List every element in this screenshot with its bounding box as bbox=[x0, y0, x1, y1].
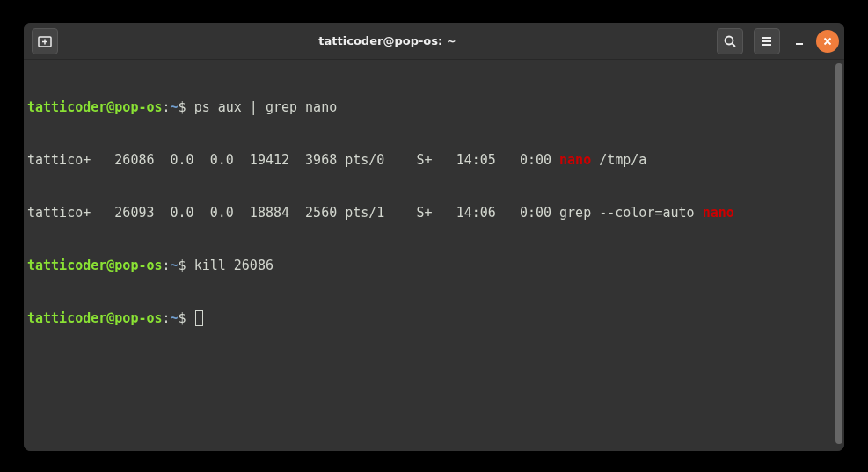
terminal-line: tattico+ 26086 0.0 0.0 19412 3968 pts/0 … bbox=[27, 151, 837, 169]
prompt-symbol: $ bbox=[179, 99, 186, 115]
prompt-path: ~ bbox=[171, 310, 179, 326]
minimize-icon bbox=[793, 35, 806, 47]
command-text bbox=[186, 310, 194, 326]
output-text: /tmp/a bbox=[591, 152, 646, 168]
prompt-separator: : bbox=[163, 258, 171, 273]
terminal-line: tatticoder@pop-os:~$ ps aux | grep nano bbox=[27, 98, 837, 116]
svg-point-3 bbox=[726, 36, 733, 44]
titlebar-right-controls bbox=[714, 28, 839, 54]
grep-match: nano bbox=[703, 205, 734, 221]
search-button[interactable] bbox=[717, 28, 743, 54]
output-text: tattico+ 26086 0.0 0.0 19412 3968 pts/0 … bbox=[27, 152, 559, 168]
cursor bbox=[195, 310, 203, 326]
scrollbar[interactable] bbox=[835, 63, 842, 444]
prompt-path: ~ bbox=[171, 99, 179, 115]
terminal-line: tatticoder@pop-os:~$ bbox=[27, 309, 837, 327]
prompt-user-host: tatticoder@pop-os bbox=[27, 310, 163, 326]
close-button[interactable] bbox=[816, 30, 839, 53]
titlebar: tatticoder@pop-os: ~ bbox=[24, 23, 844, 60]
prompt-user-host: tatticoder@pop-os bbox=[27, 258, 163, 273]
terminal-content: tatticoder@pop-os:~$ ps aux | grep nano … bbox=[27, 63, 837, 362]
hamburger-icon bbox=[760, 34, 774, 48]
command-text: kill 26086 bbox=[186, 258, 274, 273]
minimize-button[interactable] bbox=[788, 30, 811, 53]
grep-match: nano bbox=[559, 152, 591, 168]
terminal-window: tatticoder@pop-os: ~ bbox=[24, 23, 844, 451]
window-title: tatticoder@pop-os: ~ bbox=[61, 34, 714, 47]
terminal-line: tattico+ 26093 0.0 0.0 18884 2560 pts/1 … bbox=[27, 204, 837, 221]
prompt-user-host: tatticoder@pop-os bbox=[27, 99, 163, 115]
prompt-separator: : bbox=[163, 310, 171, 326]
svg-line-4 bbox=[733, 43, 736, 47]
menu-button[interactable] bbox=[754, 28, 780, 54]
prompt-separator: : bbox=[163, 99, 171, 115]
terminal-line: tatticoder@pop-os:~$ kill 26086 bbox=[27, 257, 837, 274]
prompt-symbol: $ bbox=[179, 258, 186, 273]
output-text: tattico+ 26093 0.0 0.0 18884 2560 pts/1 … bbox=[27, 205, 703, 221]
close-icon bbox=[822, 36, 833, 47]
new-tab-button[interactable] bbox=[32, 28, 58, 54]
prompt-symbol: $ bbox=[179, 310, 186, 326]
search-icon bbox=[723, 34, 737, 48]
prompt-path: ~ bbox=[171, 258, 179, 273]
command-text: ps aux | grep nano bbox=[186, 99, 338, 115]
terminal-body[interactable]: tatticoder@pop-os:~$ ps aux | grep nano … bbox=[24, 60, 844, 451]
new-tab-icon bbox=[38, 34, 52, 48]
